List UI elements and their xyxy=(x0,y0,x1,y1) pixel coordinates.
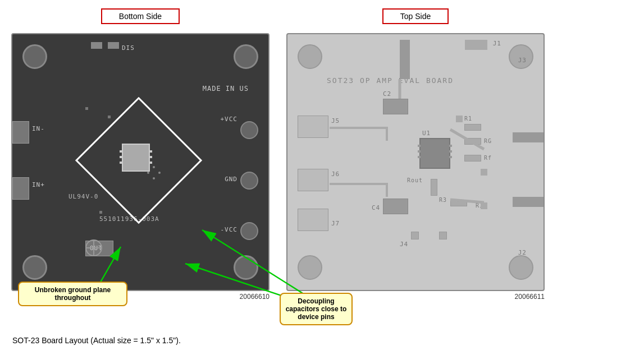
top-corner-circle-bl xyxy=(298,255,322,280)
corner-circle-tl xyxy=(22,44,47,69)
top-j5-connector xyxy=(298,116,328,138)
top-small-pad3 xyxy=(481,202,487,209)
top-text-rg: RG xyxy=(484,138,492,144)
bottom-text-gnd: GND xyxy=(225,176,237,183)
top-pcb-image: SOT23 OP AMP EVAL BOARD J1 J3 J2 J4 J5 J… xyxy=(286,33,545,291)
top-text-j7: J7 xyxy=(331,220,340,227)
top-text-r3: R3 xyxy=(439,197,447,203)
pad-dis-right xyxy=(108,42,119,49)
top-text-c2: C2 xyxy=(383,90,391,98)
top-j1-connector xyxy=(465,40,487,50)
bottom-side-title: Bottom Side xyxy=(101,8,180,24)
bottom-text-dis: DIS xyxy=(122,44,135,52)
sq-dot3 xyxy=(99,211,102,214)
bottom-text-part: 551011936-003A xyxy=(99,215,159,223)
sq-dot1 xyxy=(85,107,88,110)
dot4 xyxy=(158,172,161,174)
reg-mark-bottom xyxy=(85,239,102,256)
bottom-pcb-ic xyxy=(122,144,150,172)
bottom-text-vccm: -VCC xyxy=(221,226,238,233)
top-small-pad1 xyxy=(456,116,463,122)
pad-dis-left xyxy=(91,42,102,49)
top-j7-connector xyxy=(298,209,328,231)
top-text-rout: Rout xyxy=(407,177,423,183)
bottom-text-vccp: +VCC xyxy=(221,116,238,123)
top-text-j4: J4 xyxy=(400,241,408,248)
top-text-u1: U1 xyxy=(422,130,431,137)
top-u1-ic xyxy=(419,138,450,169)
dot2 xyxy=(153,166,155,168)
top-rf xyxy=(464,155,481,162)
board-layout-caption: SOT-23 Board Layout (Actual size = 1.5" … xyxy=(12,336,181,345)
top-text-j5: J5 xyxy=(331,117,340,125)
top-text-r1: R1 xyxy=(464,116,472,122)
bottom-text-in-minus: IN- xyxy=(32,125,45,132)
top-corner-circle-tl xyxy=(298,44,322,69)
top-trace-right-top xyxy=(513,132,543,142)
top-c4 xyxy=(383,199,408,214)
top-text-j6: J6 xyxy=(331,170,340,178)
top-trace-h2 xyxy=(330,183,386,185)
top-r1 xyxy=(464,124,481,131)
top-text-c4: C4 xyxy=(372,204,380,211)
top-rg xyxy=(464,138,481,145)
top-text-j2: J2 xyxy=(518,249,527,256)
corner-circle-tr xyxy=(234,44,258,69)
top-pad-bottom2 xyxy=(439,232,447,239)
top-corner-circle-br xyxy=(509,255,533,280)
top-trace-v2 xyxy=(386,183,388,197)
top-r3 xyxy=(450,200,467,206)
bottom-part-number: 20066610 xyxy=(11,293,270,301)
bottom-pcb-image: DIS MADE IN US +VCC GND IN- IN+ -VCC OUT xyxy=(11,33,270,291)
top-text-j3: J3 xyxy=(518,57,527,64)
top-side-title: Top Side xyxy=(382,8,449,24)
bottom-text-made-in-us: MADE IN US xyxy=(203,85,249,93)
top-trace-h1 xyxy=(330,127,386,129)
bottom-text-ul94: UL94V-0 xyxy=(68,193,98,200)
top-trace-right-bottom xyxy=(513,197,543,207)
top-pcb-board-text: SOT23 OP AMP EVAL BOARD xyxy=(327,76,454,85)
top-vertical-connector xyxy=(400,40,410,79)
circle-vccp xyxy=(240,121,258,139)
circle-gnd xyxy=(240,172,258,190)
top-trace-v1 xyxy=(386,127,388,141)
top-text-j1: J1 xyxy=(493,40,501,47)
left-connector-in-minus xyxy=(12,121,29,144)
top-rout xyxy=(431,179,437,196)
top-text-rf: Rf xyxy=(484,155,492,161)
dot5 xyxy=(153,177,155,179)
corner-circle-br xyxy=(234,255,258,280)
top-pcb-traces-svg xyxy=(287,34,543,290)
bottom-text-in-plus: IN+ xyxy=(32,181,45,188)
top-part-number: 20066611 xyxy=(286,293,545,301)
top-pad-bottom1 xyxy=(411,232,419,239)
left-connector-in-plus xyxy=(12,177,29,200)
top-j6-connector xyxy=(298,169,328,191)
corner-circle-bl xyxy=(22,255,47,280)
sq-dot2 xyxy=(108,116,111,118)
circle-vccm xyxy=(240,222,258,240)
top-small-pad2 xyxy=(481,169,487,176)
dot3 xyxy=(147,172,149,174)
top-c2 xyxy=(383,99,408,114)
